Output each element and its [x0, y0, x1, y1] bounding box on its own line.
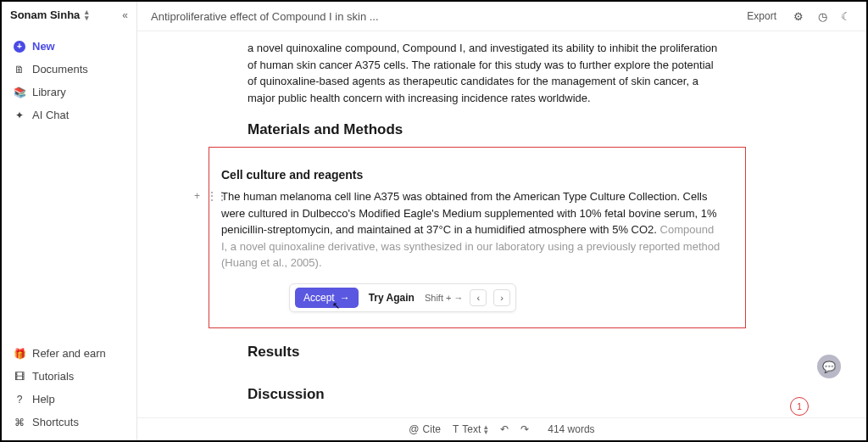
- heading-discussion[interactable]: Discussion: [248, 386, 722, 403]
- document-title[interactable]: Antiproliferative effect of Compound I i…: [151, 10, 732, 23]
- editor-content[interactable]: a novel quinoxaline compound, Compound I…: [137, 31, 866, 417]
- suggestion-action-bar: Accept → ↖ Try Again Shift + → ‹ ›: [289, 283, 516, 312]
- text-label: Text: [462, 423, 481, 435]
- user-name: Sonam Sinha: [10, 8, 80, 21]
- chat-icon: ✦: [14, 109, 25, 121]
- chat-bubble-button[interactable]: 💬: [817, 355, 841, 378]
- sidebar-item-label: Documents: [32, 63, 88, 76]
- paragraph-cell-culture[interactable]: The human melanoma cell line A375 was ob…: [221, 188, 721, 271]
- at-icon: @: [409, 423, 419, 435]
- heading-results[interactable]: Results: [248, 344, 722, 361]
- heading-methods[interactable]: Materials and Methods: [248, 121, 722, 138]
- gift-icon: 🎁: [14, 348, 25, 360]
- dark-mode-icon[interactable]: ☾: [839, 9, 853, 23]
- cite-label: Cite: [423, 423, 441, 435]
- badge-count: 1: [797, 401, 802, 411]
- clock-icon[interactable]: ◷: [815, 9, 829, 23]
- sidebar-item-label: Refer and earn: [32, 347, 106, 360]
- gear-icon[interactable]: ⚙: [792, 9, 805, 23]
- prev-suggestion-button[interactable]: ‹: [470, 289, 487, 306]
- drag-handle-icon[interactable]: ⋮⋮: [207, 190, 227, 202]
- plus-icon: +: [14, 41, 25, 53]
- help-icon: ?: [14, 394, 25, 406]
- paragraph[interactable]: a novel quinoxaline compound, Compound I…: [248, 40, 722, 106]
- existing-text: The human melanoma cell line A375 was ob…: [221, 190, 717, 236]
- bottom-toolbar: @ Cite T Text ▴▾ ↶ ↷ 414 words: [137, 417, 866, 440]
- next-suggestion-button[interactable]: ›: [493, 289, 510, 306]
- cursor-icon: ↖: [332, 300, 340, 311]
- ai-suggestion-frame: Cell culture and reagents + ⋮⋮ The human…: [209, 147, 746, 328]
- word-count: 414 words: [548, 423, 594, 435]
- sidebar-item-tutorials[interactable]: 🎞 Tutorials: [10, 365, 128, 388]
- notification-badge[interactable]: 1: [790, 397, 809, 416]
- collapse-sidebar-button[interactable]: «: [122, 9, 128, 21]
- user-switcher[interactable]: Sonam Sinha ▴▾: [10, 8, 89, 21]
- topbar: Antiproliferative effect of Compound I i…: [137, 2, 866, 31]
- sidebar-item-shortcuts[interactable]: ⌘ Shortcuts: [10, 411, 128, 434]
- up-down-icon: ▴▾: [85, 9, 89, 20]
- library-icon: 📚: [14, 87, 25, 98]
- accept-button[interactable]: Accept → ↖: [295, 288, 359, 308]
- sidebar-item-label: AI Chat: [32, 109, 69, 121]
- sidebar-item-label: Shortcuts: [32, 416, 79, 428]
- try-again-button[interactable]: Try Again: [365, 292, 418, 304]
- sidebar-item-ai-chat[interactable]: ✦ AI Chat: [10, 104, 128, 126]
- new-button[interactable]: + New: [10, 35, 128, 58]
- keyboard-icon: ⌘: [14, 417, 25, 428]
- sidebar-item-label: Library: [32, 86, 66, 98]
- export-button[interactable]: Export: [742, 8, 782, 24]
- sidebar-item-label: Tutorials: [32, 370, 74, 383]
- main: Antiproliferative effect of Compound I i…: [137, 2, 866, 440]
- video-icon: 🎞: [14, 371, 25, 383]
- sidebar-item-library[interactable]: 📚 Library: [10, 81, 128, 104]
- sidebar-item-documents[interactable]: 🗎 Documents: [10, 58, 128, 81]
- sidebar-item-label: Help: [32, 393, 55, 406]
- chat-bubble-icon: 💬: [822, 361, 836, 373]
- text-icon: T: [453, 423, 459, 435]
- sidebar-item-help[interactable]: ? Help: [10, 388, 128, 411]
- document-icon: 🗎: [14, 64, 25, 76]
- shortcut-hint: Shift + →: [425, 293, 464, 303]
- sidebar-item-refer[interactable]: 🎁 Refer and earn: [10, 342, 128, 365]
- arrow-right-icon: →: [340, 292, 350, 304]
- sidebar: Sonam Sinha ▴▾ « + New 🗎 Documents 📚 Lib…: [2, 2, 137, 440]
- cite-button[interactable]: @ Cite: [409, 423, 441, 435]
- accept-label: Accept: [303, 292, 335, 304]
- new-label: New: [32, 40, 55, 53]
- heading-cell-culture[interactable]: Cell culture and reagents: [221, 168, 721, 182]
- redo-button[interactable]: ↷: [520, 423, 529, 435]
- text-style-button[interactable]: T Text ▴▾: [453, 423, 488, 435]
- up-down-icon: ▴▾: [484, 424, 488, 435]
- undo-button[interactable]: ↶: [500, 423, 509, 435]
- add-block-icon[interactable]: +: [194, 190, 200, 202]
